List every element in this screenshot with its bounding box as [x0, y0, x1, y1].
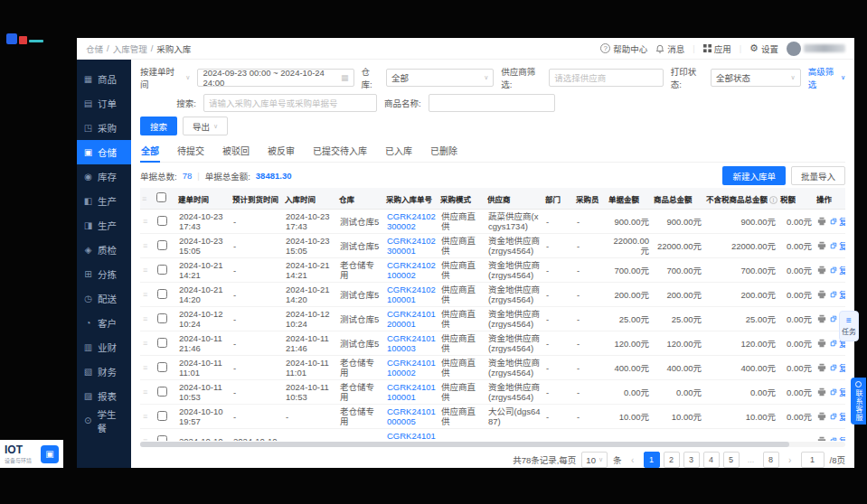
print-icon[interactable]: [817, 412, 826, 421]
print-icon[interactable]: [817, 217, 826, 226]
page-button[interactable]: 5: [723, 452, 740, 468]
tab[interactable]: 全部: [140, 140, 160, 162]
row-checkbox[interactable]: [157, 411, 167, 421]
drag-handle-icon[interactable]: ≡: [143, 314, 147, 323]
column-header[interactable]: 采购员: [574, 188, 607, 210]
sidebar-item[interactable]: ▦ 商品: [77, 67, 131, 91]
sidebar-item[interactable]: ▧ 财务: [77, 359, 131, 384]
print-icon[interactable]: [817, 314, 826, 323]
drag-handle-icon[interactable]: ≡: [143, 363, 147, 372]
order-no-link[interactable]: CGRK24101000005: [387, 406, 436, 426]
warehouse-select[interactable]: 全部 ∨: [386, 69, 494, 87]
drag-handle-icon[interactable]: ≡: [143, 266, 147, 275]
print-icon[interactable]: [817, 339, 826, 348]
column-header[interactable]: 入库时间: [283, 188, 337, 210]
tab[interactable]: 已入库: [384, 140, 413, 162]
sidebar-item[interactable]: ◧ 生产: [77, 189, 131, 213]
task-float-button[interactable]: ≡ 任务: [839, 311, 859, 341]
sidebar-item[interactable]: ▤ 订单: [77, 91, 131, 116]
order-no-link[interactable]: CGRK24101100001: [387, 382, 436, 402]
sidebar-item[interactable]: ▨ 报表: [77, 384, 131, 408]
page-button[interactable]: 3: [683, 452, 700, 468]
date-range-picker[interactable]: 2024-09-23 00:00 ~ 2024-10-24 24:00 ▦: [197, 69, 353, 87]
page-button[interactable]: 1: [644, 452, 660, 468]
page-button[interactable]: 2: [664, 452, 680, 468]
sidebar-item[interactable]: ◉ 库存: [77, 164, 131, 189]
drag-handle-icon[interactable]: ≡: [143, 436, 147, 441]
export-button[interactable]: 导出 ∨: [183, 117, 228, 135]
search-input[interactable]: [209, 98, 372, 108]
print-icon[interactable]: [817, 241, 826, 250]
column-header[interactable]: 采购入库单号: [384, 188, 438, 210]
product-name-input[interactable]: [434, 98, 550, 108]
order-no-link[interactable]: CGRK24102300002: [387, 211, 436, 231]
drag-handle-icon[interactable]: ≡: [143, 339, 147, 348]
drag-handle-icon[interactable]: ≡: [143, 290, 147, 299]
column-header[interactable]: 商品总金额: [652, 188, 704, 210]
row-checkbox[interactable]: [157, 289, 167, 299]
copy-button[interactable]: 复制: [830, 217, 845, 227]
drag-handle-icon[interactable]: ≡: [143, 217, 147, 226]
column-header[interactable]: 单据金额: [607, 188, 652, 210]
tab[interactable]: 被驳回: [221, 140, 250, 162]
row-checkbox[interactable]: [157, 216, 167, 226]
row-checkbox[interactable]: [157, 435, 167, 441]
column-header[interactable]: 仓库: [337, 188, 384, 210]
settings-button[interactable]: ⚙ 设置: [749, 42, 778, 55]
row-checkbox[interactable]: [157, 387, 167, 397]
contact-service-button[interactable]: 联系客服: [851, 378, 866, 425]
breadcrumb-item[interactable]: 仓储: [86, 42, 103, 55]
row-checkbox[interactable]: [157, 313, 167, 323]
row-checkbox[interactable]: [157, 362, 167, 372]
tab[interactable]: 已删除: [429, 140, 458, 162]
tab[interactable]: 已提交待入库: [312, 140, 368, 162]
print-icon[interactable]: [817, 363, 826, 372]
sidebar-item[interactable]: ◈ 质检: [77, 238, 131, 262]
print-icon[interactable]: [817, 387, 826, 397]
select-all-checkbox[interactable]: [156, 192, 166, 202]
sidebar-item[interactable]: ▥ 业财: [77, 335, 131, 359]
page-size-select[interactable]: 10 ∨: [581, 452, 608, 468]
column-header[interactable]: 建单时间: [176, 188, 231, 210]
message-button[interactable]: 消息: [655, 42, 684, 55]
copy-button[interactable]: 复制: [830, 241, 845, 251]
column-header[interactable]: 采购模式: [438, 188, 485, 210]
tab[interactable]: 待提交: [176, 140, 205, 162]
help-center-button[interactable]: ? 帮助中心: [600, 42, 647, 55]
drag-handle-icon[interactable]: ≡: [143, 387, 147, 397]
copy-button[interactable]: 复制: [830, 412, 845, 422]
copy-button[interactable]: 复制: [830, 436, 845, 441]
column-header[interactable]: 不含税商品总金额i: [704, 188, 778, 210]
order-no-link[interactable]: CGRK24101000004: [387, 431, 436, 441]
page-button[interactable]: ...: [743, 452, 759, 468]
breadcrumb-item[interactable]: 入库管理: [113, 42, 147, 55]
batch-import-button[interactable]: 批量导入: [791, 166, 845, 185]
sidebar-item[interactable]: ⊞ 分拣: [77, 262, 131, 286]
supplier-filter-input[interactable]: [554, 73, 658, 83]
sidebar-item[interactable]: ◔ 客户: [77, 311, 131, 335]
column-header[interactable]: 部门: [543, 188, 574, 210]
time-type-select[interactable]: 按建单时间 ∨: [140, 65, 190, 90]
drag-handle-icon[interactable]: ≡: [143, 412, 147, 421]
column-header[interactable]: 税额: [778, 188, 815, 210]
info-icon[interactable]: i: [769, 196, 777, 204]
order-no-link[interactable]: CGRK24102100002: [387, 260, 436, 280]
order-no-link[interactable]: CGRK24102300001: [387, 236, 436, 256]
column-header[interactable]: 预计到货时间: [231, 188, 283, 210]
print-icon[interactable]: [817, 266, 826, 275]
column-settings[interactable]: ≡: [140, 188, 155, 210]
tab[interactable]: 被反审: [267, 140, 296, 162]
search-button[interactable]: 搜索: [140, 117, 177, 135]
sidebar-item[interactable]: ◨ 生产: [77, 213, 131, 238]
row-checkbox[interactable]: [157, 338, 167, 348]
copy-button[interactable]: 复制: [830, 387, 845, 397]
print-icon[interactable]: [817, 436, 826, 441]
copy-button[interactable]: 复制: [830, 290, 845, 300]
copy-button[interactable]: 复制: [830, 363, 845, 373]
apps-button[interactable]: 应用: [703, 42, 731, 55]
order-no-link[interactable]: CGRK24101200001: [387, 309, 436, 329]
column-header[interactable]: 操作: [815, 188, 845, 210]
advanced-filter-link[interactable]: 高级筛选 ∨: [808, 65, 845, 90]
order-no-link[interactable]: CGRK24101100003: [387, 333, 436, 353]
user-account[interactable]: [787, 42, 845, 56]
